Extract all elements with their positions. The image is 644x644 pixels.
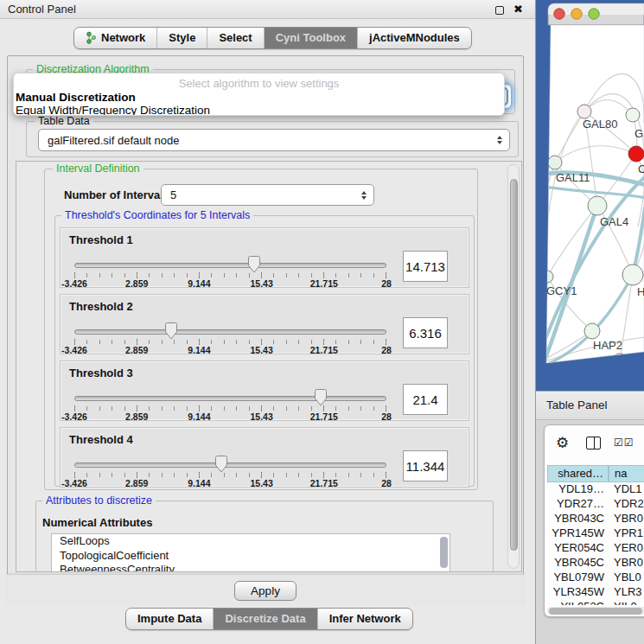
table-row[interactable]: YLR345WYLR3 — [547, 585, 644, 600]
table-panel-titlebar: Table Panel — [536, 391, 644, 420]
list-item[interactable]: SelfLoops — [52, 534, 450, 549]
thresholds-group-title: Threshold's Coordinates for 5 Intervals — [61, 209, 253, 221]
threshold-3-slider[interactable]: -3.4262.8599.14415.4321.71528 — [74, 392, 386, 422]
close-window-icon[interactable]: ✖ — [513, 3, 523, 16]
slider-track[interactable] — [74, 462, 386, 468]
control-panel-title: Control Panel — [8, 3, 76, 16]
control-panel-titlebar: Control Panel ✖ — [0, 0, 535, 19]
table-row[interactable]: YBL079WYBL0 — [547, 571, 644, 585]
popup-option-equal-width-frequency[interactable]: Equal Width/Frequency Discretization — [14, 104, 504, 116]
popup-option-manual-discretization[interactable]: Manual Discretization — [14, 91, 504, 104]
scrollbar-thumb[interactable] — [549, 608, 642, 615]
node-gal11[interactable] — [548, 156, 562, 169]
node-table: shared… na YDL19…YDL1 YDR27…YDR2 YBR043C… — [547, 465, 644, 605]
node-gal80[interactable] — [577, 105, 591, 118]
node-label-hap2: HAP2 — [593, 339, 622, 352]
table-row[interactable]: YIL052CYIL0 — [547, 600, 644, 605]
list-item[interactable]: BetweennessCentrality — [52, 563, 450, 572]
spinner-icon — [361, 191, 367, 200]
scrollbar-thumb[interactable] — [510, 179, 518, 551]
list-scrollbar[interactable] — [440, 537, 448, 568]
slider-thumb[interactable] — [214, 456, 227, 473]
top-tabbar: Network Style Select Cyni Toolbox jActiv… — [73, 27, 472, 49]
threshold-2-label: Threshold 2 — [69, 300, 133, 313]
slider-thumb[interactable] — [248, 256, 261, 273]
slider-track[interactable] — [74, 329, 386, 335]
threshold-2-slider[interactable]: -3.4262.8599.14415.4321.71528 — [74, 326, 386, 355]
node-label-gal80: GAL80 — [583, 118, 617, 131]
tab-style[interactable]: Style — [156, 28, 207, 48]
threshold-1-value-field[interactable]: 14.713 — [403, 251, 448, 282]
threshold-3-value-field[interactable]: 21.4 — [403, 384, 448, 415]
attributes-group-title: Attributes to discretize — [42, 494, 156, 507]
tab-label: Infer Network — [329, 612, 401, 625]
table-row[interactable]: YER054CYER0 — [547, 541, 644, 556]
tab-select[interactable]: Select — [207, 28, 263, 48]
table-row[interactable]: YDR27…YDR2 — [547, 497, 644, 512]
slider-thumb[interactable] — [315, 389, 328, 406]
node-h[interactable] — [622, 265, 643, 285]
mac-minimize-icon[interactable] — [571, 9, 582, 19]
table-panel-box: ⚙ ☑☑ shared… na YDL19…YDL1 YDR27…YDR2 YB… — [544, 424, 644, 617]
slider-thumb[interactable] — [164, 322, 177, 340]
tab-jactivemnodules[interactable]: jActiveMNodules — [357, 28, 471, 48]
threshold-1-label: Threshold 1 — [69, 233, 133, 246]
table-row[interactable]: YBR043CYBR0 — [547, 512, 644, 526]
mac-close-icon[interactable] — [554, 9, 564, 19]
network-icon — [86, 31, 97, 44]
threshold-4-label: Threshold 4 — [69, 433, 133, 446]
tab-infer-network[interactable]: Infer Network — [317, 609, 412, 629]
slider-track[interactable] — [74, 396, 386, 401]
mac-zoom-icon[interactable] — [589, 9, 599, 19]
tab-cyni-toolbox[interactable]: Cyni Toolbox — [264, 28, 357, 48]
node-label-gal4: GAL4 — [600, 215, 628, 228]
table-row[interactable]: YPR145WYPR1 — [547, 526, 644, 541]
slider-minor-ticks — [74, 406, 386, 411]
tab-label: Discretize Data — [225, 612, 305, 625]
node-top-right[interactable] — [626, 108, 640, 122]
spinner-icon — [497, 136, 502, 144]
table-panel-body: ⚙ ☑☑ shared… na YDL19…YDL1 YDR27…YDR2 YB… — [536, 420, 644, 644]
popup-hint: Select algorithm to view settings — [14, 73, 504, 91]
bottom-tabbar: Impute Data Discretize Data Infer Networ… — [125, 608, 413, 630]
node-label-g: G. — [634, 127, 644, 140]
table-header-row: shared… na — [547, 465, 644, 482]
node-hap2[interactable] — [584, 323, 600, 339]
float-window-icon[interactable] — [495, 6, 504, 15]
table-horizontal-scrollbar[interactable] — [547, 607, 644, 615]
columns-icon[interactable] — [586, 437, 601, 450]
network-canvas — [536, 0, 644, 391]
column-header-name[interactable]: na — [609, 465, 644, 482]
tab-label: Select — [219, 31, 252, 44]
table-data-combobox[interactable]: galFiltered.sif default node — [38, 129, 510, 151]
tab-impute-data[interactable]: Impute Data — [126, 609, 213, 629]
settings-vertical-scrollbar[interactable] — [507, 164, 520, 569]
number-of-intervals-combobox[interactable]: 5 — [161, 184, 374, 206]
table-data-combobox-value: galFiltered.sif default node — [48, 134, 179, 147]
threshold-4-value-field[interactable]: 11.344 — [403, 450, 448, 481]
number-of-intervals-value: 5 — [170, 188, 176, 201]
apply-row: Apply — [7, 574, 524, 605]
threshold-1-slider[interactable]: -3.4262.8599.14415.4321.71528 — [74, 259, 386, 289]
numerical-attributes-list: SelfLoops TopologicalCoefficient Between… — [51, 533, 450, 572]
table-row[interactable]: YDL19…YDL1 — [547, 482, 644, 497]
table-row[interactable]: YBR045CYBR0 — [547, 556, 644, 571]
list-item[interactable]: TopologicalCoefficient — [52, 549, 450, 564]
slider-track[interactable] — [74, 263, 386, 268]
apply-button[interactable]: Apply — [234, 581, 296, 601]
column-header-shared[interactable]: shared… — [547, 465, 609, 482]
threshold-2-value-field[interactable]: 6.316 — [403, 317, 448, 348]
threshold-4-slider[interactable]: -3.4262.8599.14415.4321.71528 — [74, 459, 386, 488]
network-view[interactable]: GAL80 G. C GAL11 GAL4 GCY1 H HAP2 — [536, 0, 644, 391]
tab-discretize-data[interactable]: Discretize Data — [213, 609, 316, 629]
checkboxes-icon[interactable]: ☑☑ — [614, 437, 634, 449]
gear-icon[interactable]: ⚙ — [556, 434, 569, 452]
numerical-attributes-heading: Numerical Attributes — [42, 516, 152, 529]
slider-minor-ticks — [74, 340, 386, 344]
threshold-4-panel: Threshold 4 -3.4262.8599.14415.4321.7152… — [60, 427, 469, 488]
tab-label: Network — [101, 31, 145, 44]
node-gal4[interactable] — [588, 196, 607, 215]
node-selected-red[interactable] — [628, 146, 644, 162]
tab-network[interactable]: Network — [74, 28, 156, 48]
table-toolbar: ⚙ ☑☑ — [545, 425, 644, 463]
